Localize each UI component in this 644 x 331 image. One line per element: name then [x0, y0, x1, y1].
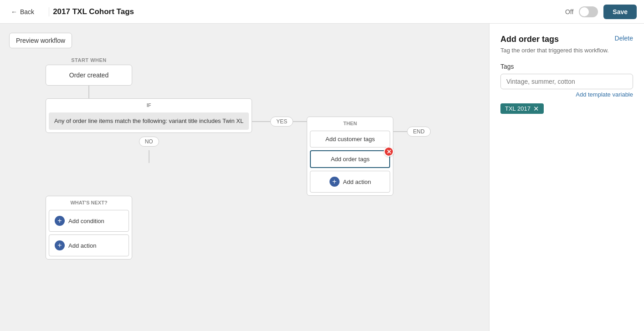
h-line2 — [293, 121, 307, 122]
whats-next-section: WHAT'S NEXT? + Add condition + Add actio… — [46, 196, 132, 260]
toggle-switch[interactable] — [579, 6, 598, 17]
sidebar-panel: Add order tags Delete Tag the order that… — [489, 24, 644, 331]
tag-chip-label: TXL 2017 — [505, 105, 531, 112]
canvas: Preview workflow START WHEN Order create… — [0, 24, 489, 331]
add-condition-button[interactable]: + Add condition — [49, 210, 129, 232]
whats-next-label: WHAT'S NEXT? — [46, 196, 132, 207]
yes-connector: YES — [252, 117, 307, 127]
save-button[interactable]: Save — [603, 5, 637, 19]
connector — [88, 86, 89, 98]
main-content: Preview workflow START WHEN Order create… — [0, 24, 644, 331]
start-when-section: START WHEN Order created — [46, 57, 132, 98]
add-action-label: Add action — [343, 178, 371, 185]
connector — [149, 150, 149, 163]
panel-description: Tag the order that triggered this workfl… — [500, 47, 633, 54]
delete-button[interactable]: Delete — [615, 35, 633, 42]
back-label: Back — [20, 8, 34, 15]
workflow-diagram: START WHEN Order created IF Any of order… — [9, 57, 480, 331]
header-right: Off Save — [565, 5, 637, 19]
if-box: IF Any of order line items match the fol… — [46, 98, 252, 133]
add-action-button[interactable]: + Add action — [310, 171, 390, 193]
if-then-row: IF Any of order line items match the fol… — [46, 98, 431, 196]
page-title: 2017 TXL Cohort Tags — [49, 7, 565, 16]
add-action-bottom-label: Add action — [68, 242, 96, 249]
plus-icon: + — [330, 177, 340, 187]
tags-label: Tags — [500, 63, 633, 70]
end-connector: END — [393, 127, 430, 137]
then-label: THEN — [307, 117, 393, 128]
remove-tag-button[interactable]: ✕ — [533, 105, 539, 112]
h-line3 — [393, 131, 407, 132]
end-badge: END — [407, 127, 430, 137]
no-badge: NO — [139, 137, 159, 147]
remove-action-button[interactable]: ✕ — [384, 147, 394, 157]
tag-chip: TXL 2017 ✕ — [500, 103, 544, 114]
whats-next-box: WHAT'S NEXT? + Add condition + Add actio… — [46, 196, 132, 260]
add-condition-label: Add condition — [68, 218, 104, 224]
add-customer-tags-label: Add customer tags — [325, 136, 375, 143]
add-customer-tags-action[interactable]: Add customer tags — [310, 131, 390, 148]
if-condition[interactable]: Any of order line items match the follow… — [49, 112, 249, 130]
order-created-node[interactable]: Order created — [46, 65, 132, 86]
panel-header: Add order tags Delete — [500, 35, 633, 44]
yes-then-group: YES THEN Add customer tags Add order tag… — [252, 117, 430, 196]
start-when-label: START WHEN — [71, 57, 107, 63]
add-template-variable-link[interactable]: Add template variable — [500, 91, 633, 98]
order-created-text: Order created — [69, 71, 108, 79]
header: ← Back 2017 TXL Cohort Tags Off Save — [0, 0, 644, 24]
if-label: IF — [46, 99, 252, 110]
toggle-label: Off — [565, 8, 573, 15]
back-button[interactable]: ← Back — [7, 6, 38, 17]
then-box: THEN Add customer tags Add order tags ✕ — [307, 117, 393, 196]
plus-icon: + — [55, 240, 65, 250]
plus-icon: + — [55, 216, 65, 226]
if-section: IF Any of order line items match the fol… — [46, 98, 252, 163]
h-line — [252, 121, 270, 122]
add-order-tags-action[interactable]: Add order tags ✕ — [310, 150, 390, 168]
no-row: NO — [139, 133, 159, 150]
close-icon: ✕ — [385, 148, 393, 156]
yes-badge: YES — [270, 117, 293, 127]
add-order-tags-label: Add order tags — [331, 156, 370, 163]
add-action-bottom-button[interactable]: + Add action — [49, 234, 129, 256]
tags-input[interactable] — [500, 74, 633, 89]
panel-title: Add order tags — [500, 35, 559, 44]
preview-workflow-button[interactable]: Preview workflow — [9, 33, 72, 48]
arrow-left-icon: ← — [11, 8, 17, 15]
